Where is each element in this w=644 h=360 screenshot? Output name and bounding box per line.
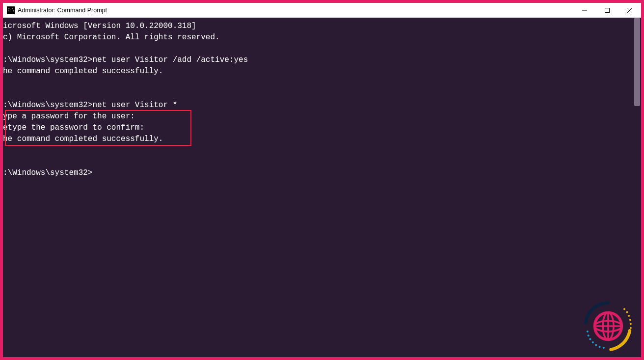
svg-point-8 [630, 323, 632, 325]
terminal-line [3, 156, 633, 167]
svg-point-10 [587, 331, 589, 332]
terminal-line: :\Windows\system32>net user Visitor * [3, 100, 633, 111]
terminal-line: he command completed successfully. [3, 66, 633, 77]
svg-point-11 [588, 334, 590, 336]
terminal-line: etype the password to confirm: [3, 122, 633, 134]
watermark-logo [581, 299, 635, 353]
svg-point-14 [595, 344, 597, 346]
scrollbar-thumb[interactable] [634, 18, 640, 106]
terminal-line [3, 77, 633, 88]
close-icon [627, 8, 632, 13]
window-controls [573, 3, 641, 17]
svg-point-15 [599, 346, 601, 348]
terminal-output[interactable]: icrosoft Windows [Version 10.0.22000.318… [3, 18, 633, 357]
svg-point-7 [629, 319, 631, 321]
minimize-button[interactable] [573, 3, 596, 17]
terminal-line: c) Microsoft Corporation. All rights res… [3, 32, 633, 43]
svg-rect-1 [605, 8, 610, 12]
svg-point-16 [603, 347, 605, 349]
title-bar[interactable]: Administrator: Command Prompt [3, 3, 641, 18]
terminal-line: :\Windows\system32>net user Visitor /add… [3, 55, 633, 66]
close-button[interactable] [618, 3, 641, 17]
svg-point-9 [630, 327, 632, 329]
svg-point-13 [592, 341, 594, 343]
terminal-area[interactable]: icrosoft Windows [Version 10.0.22000.318… [3, 18, 641, 357]
terminal-line [3, 145, 633, 156]
terminal-line [3, 88, 633, 100]
terminal-line: icrosoft Windows [Version 10.0.22000.318… [3, 21, 633, 32]
window-title: Administrator: Command Prompt [18, 7, 107, 14]
svg-point-6 [628, 315, 630, 317]
maximize-button[interactable] [596, 3, 618, 17]
svg-point-5 [626, 311, 628, 313]
terminal-line: he command completed successfully. [3, 134, 633, 145]
maximize-icon [605, 8, 610, 13]
app-window: Administrator: Command Prompt icrosoft W… [0, 0, 644, 360]
terminal-line [3, 43, 633, 55]
cmd-icon [7, 6, 15, 14]
minimize-icon [582, 8, 587, 13]
terminal-line: ype a password for the user: [3, 111, 633, 122]
terminal-line: :\Windows\system32> [3, 167, 633, 179]
svg-point-4 [623, 308, 625, 310]
svg-point-12 [589, 338, 591, 340]
